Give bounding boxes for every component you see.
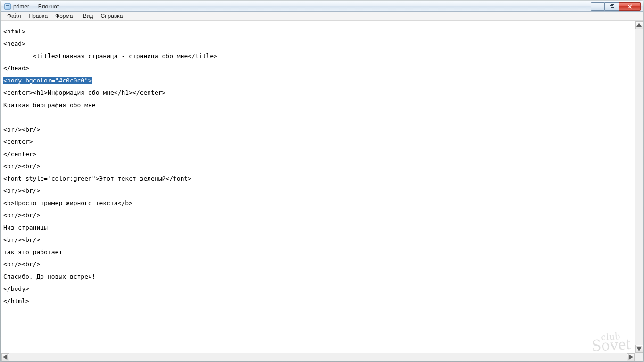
- watermark-bottom: Sovet: [592, 337, 631, 352]
- svg-rect-0: [596, 8, 600, 8]
- chevron-up-icon: [636, 22, 643, 29]
- titlebar[interactable]: primer — Блокнот: [1, 1, 643, 12]
- svg-rect-2: [611, 4, 614, 7]
- code-line[interactable]: <br/><br/>: [3, 163, 641, 169]
- code-line[interactable]: <br/><br/>: [3, 212, 641, 218]
- code-line[interactable]: Краткая биография обо мне: [3, 102, 641, 108]
- minimize-button[interactable]: [591, 2, 605, 11]
- svg-marker-5: [636, 23, 642, 27]
- menu-format[interactable]: Формат: [51, 12, 79, 20]
- code-line[interactable]: </center>: [3, 151, 641, 157]
- menu-file[interactable]: Файл: [3, 12, 25, 20]
- code-line[interactable]: <head>: [3, 41, 641, 47]
- code-line[interactable]: Спасибо. До новых встреч!: [3, 273, 641, 280]
- svg-marker-7: [3, 354, 7, 360]
- menubar: Файл Правка Формат Вид Справка: [1, 12, 643, 21]
- watermark-top: club: [591, 331, 630, 341]
- notepad-icon: [4, 3, 11, 10]
- menu-help[interactable]: Справка: [97, 12, 126, 20]
- horizontal-scrollbar[interactable]: [1, 353, 635, 361]
- selection[interactable]: <body bgcolor="#c0c0c0">: [3, 77, 92, 84]
- close-button[interactable]: [619, 2, 641, 11]
- code-line[interactable]: <br/><br/>: [3, 188, 641, 194]
- code-line[interactable]: Низ страницы: [3, 224, 641, 230]
- window-title: primer — Блокнот: [13, 3, 59, 10]
- maximize-button[interactable]: [605, 2, 619, 11]
- code-line[interactable]: <title>Главная страница - страница обо м…: [3, 53, 641, 59]
- editor-content[interactable]: <html> <head> <title>Главная страница - …: [1, 21, 643, 317]
- svg-rect-1: [610, 5, 613, 8]
- code-line[interactable]: </body>: [3, 286, 641, 292]
- scroll-left-button[interactable]: [1, 353, 9, 361]
- minimize-icon: [595, 4, 600, 9]
- horizontal-scroll-track[interactable]: [9, 353, 627, 361]
- vertical-scrollbar[interactable]: [635, 21, 643, 353]
- chevron-right-icon: [627, 354, 634, 361]
- code-line[interactable]: [3, 114, 641, 120]
- watermark: club Sovet: [591, 331, 631, 352]
- code-line[interactable]: <br/><br/>: [3, 126, 641, 132]
- scroll-up-button[interactable]: [635, 21, 643, 29]
- code-line[interactable]: так это работает: [3, 249, 641, 255]
- code-line[interactable]: <center><h1>Информация обо мне</h1></cen…: [3, 90, 641, 96]
- menu-edit[interactable]: Правка: [25, 12, 52, 20]
- code-line-selected[interactable]: <body bgcolor="#c0c0c0">: [3, 77, 641, 83]
- scroll-down-button[interactable]: [635, 345, 643, 353]
- scroll-right-button[interactable]: [627, 353, 635, 361]
- svg-marker-6: [636, 347, 642, 351]
- close-icon: [627, 4, 632, 9]
- code-line[interactable]: <center>: [3, 139, 641, 145]
- code-line[interactable]: <html>: [3, 28, 641, 34]
- code-line[interactable]: </html>: [3, 298, 641, 304]
- scrollbar-corner: [635, 353, 643, 361]
- code-line[interactable]: <br/><br/>: [3, 237, 641, 243]
- chevron-down-icon: [636, 345, 643, 352]
- menu-view[interactable]: Вид: [79, 12, 97, 20]
- chevron-left-icon: [2, 354, 9, 361]
- notepad-window: primer — Блокнот Файл Правка Формат: [1, 1, 643, 361]
- code-line[interactable]: <b>Просто пример жирного текста</b>: [3, 200, 641, 206]
- svg-marker-8: [629, 354, 633, 360]
- vertical-scroll-track[interactable]: [635, 29, 643, 345]
- text-editor[interactable]: <html> <head> <title>Главная страница - …: [1, 21, 643, 361]
- code-line[interactable]: <br/><br/>: [3, 261, 641, 267]
- code-line[interactable]: </head>: [3, 65, 641, 71]
- code-line[interactable]: <font style="color:green">Этот текст зел…: [3, 175, 641, 181]
- maximize-icon: [610, 4, 614, 9]
- window-buttons: [591, 2, 641, 11]
